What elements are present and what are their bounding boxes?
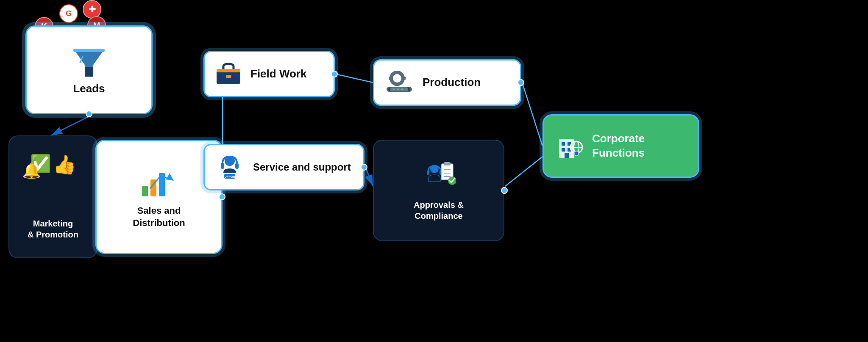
svg-rect-26	[395, 71, 399, 74]
svg-rect-38	[427, 171, 429, 175]
marketing-card[interactable]: ✅ 👍 🔔 Marketing& Promotion	[8, 135, 97, 258]
svg-marker-9	[74, 50, 104, 67]
leads-bottom-dot	[86, 110, 92, 117]
corporate-icon	[554, 130, 584, 162]
briefcase-icon	[215, 61, 242, 88]
svg-rect-49	[562, 148, 565, 152]
sales-right-dot	[219, 193, 225, 200]
fieldwork-card[interactable]: Field Work	[203, 51, 335, 97]
diagram-container: G ✚ K M id d Leads ✅ 👍	[0, 0, 868, 342]
svg-point-35	[397, 88, 399, 90]
svg-marker-15	[166, 173, 174, 181]
svg-point-34	[393, 88, 395, 90]
svg-rect-20	[221, 163, 224, 169]
svg-point-36	[401, 88, 403, 90]
corporate-card[interactable]: CorporateFunctions	[542, 114, 699, 178]
approvals-icon	[422, 160, 456, 195]
fieldwork-label: Field Work	[250, 67, 306, 81]
svg-rect-29	[402, 77, 406, 80]
production-icon	[384, 69, 414, 96]
funnel-icon	[70, 44, 108, 82]
service-right-dot	[361, 164, 367, 171]
google-icon: G	[59, 4, 78, 23]
svg-line-6	[522, 83, 542, 146]
leads-card[interactable]: Leads	[25, 25, 153, 114]
svg-rect-17	[226, 75, 231, 78]
svg-line-0	[51, 116, 89, 135]
service-label: Service and support	[253, 160, 351, 174]
corporate-label: CorporateFunctions	[592, 132, 645, 160]
svg-rect-51	[565, 153, 569, 158]
svg-rect-21	[235, 163, 239, 169]
marketing-label: Marketing& Promotion	[28, 218, 78, 240]
svg-rect-28	[389, 77, 392, 80]
production-label: Production	[423, 75, 481, 90]
app-icon-2: ✚	[83, 0, 101, 19]
svg-rect-41	[444, 162, 451, 165]
svg-text:SUPPORT: SUPPORT	[223, 175, 237, 178]
service-card[interactable]: SUPPORT Service and support	[203, 144, 364, 190]
svg-rect-12	[142, 186, 148, 196]
approvals-label: Approvals &Compliance	[414, 199, 464, 221]
production-right-dot	[517, 79, 524, 86]
support-icon: SUPPORT	[215, 152, 245, 183]
fieldwork-right-dot	[331, 71, 338, 77]
svg-rect-10	[73, 49, 105, 52]
svg-line-5	[365, 167, 373, 186]
approvals-card[interactable]: Approvals &Compliance	[373, 140, 504, 241]
svg-rect-18	[217, 69, 240, 72]
svg-line-7	[505, 157, 542, 186]
svg-line-4	[336, 74, 373, 83]
svg-rect-47	[562, 142, 565, 146]
leads-label: Leads	[73, 82, 105, 96]
svg-point-25	[395, 76, 400, 81]
sales-label: Sales andDistribution	[133, 205, 185, 229]
svg-rect-27	[395, 83, 399, 86]
production-card[interactable]: Production	[373, 59, 521, 106]
sales-chart-icon	[140, 165, 178, 201]
approvals-right-dot	[501, 187, 508, 194]
